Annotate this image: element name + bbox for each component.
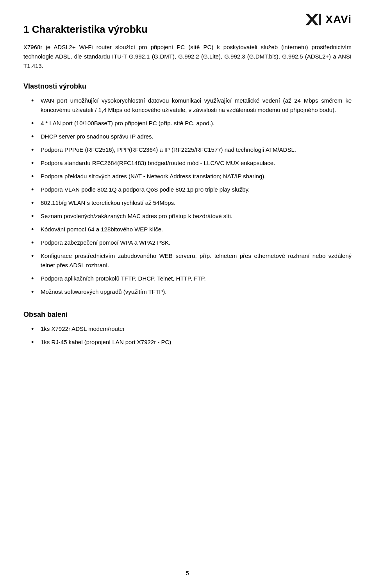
intro-paragraph: X7968r je ADSL2+ Wi-Fi router sloužící p… <box>23 43 352 71</box>
list-item: Podpora standardu RFC2684(RFC1483) bridg… <box>31 158 352 168</box>
list-item: Možnost softwarových upgradů (využitím T… <box>31 287 352 297</box>
main-title: 1 Charakteristika výrobku <box>23 23 352 36</box>
obsah-list: 1ks X7922r ADSL modem/router 1ks RJ-45 k… <box>31 324 352 347</box>
list-item: WAN port umožňující vysokorychlostní dat… <box>31 96 352 115</box>
list-item: DHCP server pro snadnou správu IP adres. <box>31 132 352 141</box>
list-item: Podpora VLAN podle 802.1Q a podpora QoS … <box>31 185 352 194</box>
list-item: Podpora zabezpečení pomocí WPA a WPA2 PS… <box>31 238 352 247</box>
list-item: Kódování pomocí 64 a 128bitového WEP klí… <box>31 225 352 234</box>
list-item: Podpora překladu síťových adres (NAT - N… <box>31 172 352 181</box>
page-container: XAVi 1 Charakteristika výrobku X7968r je… <box>0 0 375 588</box>
obsah-title: Obsah balení <box>23 311 352 319</box>
list-item: Konfigurace prostřednictvím zabudovaného… <box>31 251 352 270</box>
svg-rect-1 <box>319 14 321 25</box>
feature-list: WAN port umožňující vysokorychlostní dat… <box>31 96 352 297</box>
logo-text: XAVi <box>325 13 352 26</box>
list-item: 1ks X7922r ADSL modem/router <box>31 324 352 334</box>
xavi-logo-icon <box>304 12 323 27</box>
list-item: Podpora aplikačních protokolů TFTP, DHCP… <box>31 274 352 283</box>
list-item: Seznam povolených/zakázaných MAC adres p… <box>31 211 352 221</box>
list-item: 1ks RJ-45 kabel (propojení LAN port X792… <box>31 338 352 347</box>
list-item: Podpora PPPoE (RFC2516), PPP(RFC2364) a … <box>31 145 352 155</box>
list-item: 802.11b/g WLAN s teoretickou rychlostí a… <box>31 198 352 208</box>
page-number: 5 <box>186 570 189 576</box>
svg-marker-0 <box>305 14 318 25</box>
obsah-section: Obsah balení 1ks X7922r ADSL modem/route… <box>23 311 352 347</box>
vlastnosti-title: Vlastnosti výrobku <box>23 82 352 91</box>
list-item: 4 * LAN port (10/100BaseT) pro připojení… <box>31 119 352 128</box>
logo-area: XAVi <box>304 12 352 27</box>
